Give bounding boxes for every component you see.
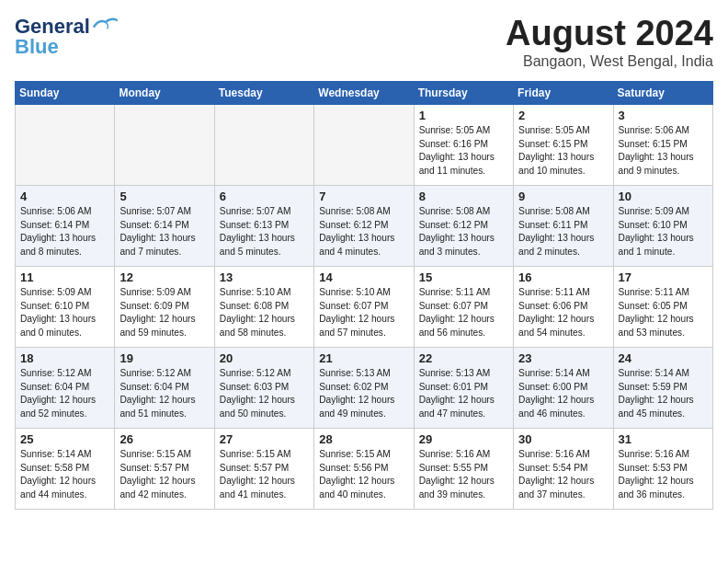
day-info: Sunrise: 5:12 AM Sunset: 6:04 PM Dayligh… [119, 367, 209, 421]
day-info: Sunrise: 5:05 AM Sunset: 6:16 PM Dayligh… [419, 124, 508, 178]
day-number: 6 [220, 190, 309, 203]
calendar-cell: 10Sunrise: 5:09 AM Sunset: 6:10 PM Dayli… [613, 185, 712, 266]
day-number: 10 [619, 190, 708, 203]
day-number: 12 [119, 270, 209, 284]
logo-bird-icon [92, 15, 118, 31]
calendar-cell: 25Sunrise: 5:14 AM Sunset: 5:58 PM Dayli… [16, 428, 115, 509]
calendar-week-4: 18Sunrise: 5:12 AM Sunset: 6:04 PM Dayli… [16, 347, 713, 428]
day-number: 5 [119, 190, 209, 203]
day-number: 28 [319, 432, 408, 446]
day-info: Sunrise: 5:14 AM Sunset: 5:58 PM Dayligh… [20, 448, 109, 502]
calendar-cell: 4Sunrise: 5:06 AM Sunset: 6:14 PM Daylig… [16, 185, 115, 266]
column-header-monday: Monday [115, 81, 214, 104]
day-info: Sunrise: 5:08 AM Sunset: 6:12 PM Dayligh… [319, 205, 408, 259]
calendar-cell: 5Sunrise: 5:07 AM Sunset: 6:14 PM Daylig… [115, 185, 214, 266]
day-number: 21 [319, 351, 408, 365]
calendar-cell: 19Sunrise: 5:12 AM Sunset: 6:04 PM Dayli… [115, 347, 214, 428]
calendar-cell: 20Sunrise: 5:12 AM Sunset: 6:03 PM Dayli… [214, 347, 313, 428]
day-info: Sunrise: 5:11 AM Sunset: 6:06 PM Dayligh… [518, 286, 608, 340]
calendar-week-1: 1Sunrise: 5:05 AM Sunset: 6:16 PM Daylig… [16, 104, 713, 185]
day-number: 1 [419, 109, 508, 122]
calendar-cell: 12Sunrise: 5:09 AM Sunset: 6:09 PM Dayli… [115, 266, 214, 347]
calendar-cell: 7Sunrise: 5:08 AM Sunset: 6:12 PM Daylig… [314, 185, 414, 266]
calendar-cell: 28Sunrise: 5:15 AM Sunset: 5:56 PM Dayli… [314, 428, 414, 509]
title-block: August 2024 Bangaon, West Bengal, India [506, 15, 713, 70]
day-info: Sunrise: 5:15 AM Sunset: 5:57 PM Dayligh… [220, 448, 309, 502]
day-info: Sunrise: 5:10 AM Sunset: 6:08 PM Dayligh… [220, 286, 309, 340]
calendar-cell: 1Sunrise: 5:05 AM Sunset: 6:16 PM Daylig… [414, 104, 513, 185]
calendar-cell [16, 104, 115, 185]
calendar-cell [115, 104, 214, 185]
calendar-cell: 16Sunrise: 5:11 AM Sunset: 6:06 PM Dayli… [514, 266, 613, 347]
calendar-cell [314, 104, 414, 185]
day-info: Sunrise: 5:13 AM Sunset: 6:02 PM Dayligh… [319, 367, 408, 421]
day-info: Sunrise: 5:08 AM Sunset: 6:12 PM Dayligh… [419, 205, 508, 259]
day-info: Sunrise: 5:16 AM Sunset: 5:55 PM Dayligh… [419, 448, 508, 502]
calendar-cell: 9Sunrise: 5:08 AM Sunset: 6:11 PM Daylig… [514, 185, 613, 266]
day-info: Sunrise: 5:07 AM Sunset: 6:14 PM Dayligh… [119, 205, 209, 259]
calendar-cell: 17Sunrise: 5:11 AM Sunset: 6:05 PM Dayli… [613, 266, 712, 347]
day-number: 9 [518, 190, 608, 203]
column-header-friday: Friday [514, 81, 613, 104]
day-info: Sunrise: 5:11 AM Sunset: 6:07 PM Dayligh… [419, 286, 508, 340]
calendar-header-row: SundayMondayTuesdayWednesdayThursdayFrid… [16, 81, 713, 104]
calendar-cell: 2Sunrise: 5:05 AM Sunset: 6:15 PM Daylig… [514, 104, 613, 185]
day-number: 30 [518, 432, 608, 446]
calendar-cell: 29Sunrise: 5:16 AM Sunset: 5:55 PM Dayli… [414, 428, 513, 509]
day-info: Sunrise: 5:16 AM Sunset: 5:53 PM Dayligh… [619, 448, 708, 502]
day-number: 16 [518, 270, 608, 284]
day-number: 19 [119, 351, 209, 365]
day-info: Sunrise: 5:14 AM Sunset: 6:00 PM Dayligh… [518, 367, 608, 421]
day-info: Sunrise: 5:09 AM Sunset: 6:10 PM Dayligh… [20, 286, 109, 340]
calendar-cell: 14Sunrise: 5:10 AM Sunset: 6:07 PM Dayli… [314, 266, 414, 347]
day-number: 23 [518, 351, 608, 365]
day-info: Sunrise: 5:09 AM Sunset: 6:09 PM Dayligh… [119, 286, 209, 340]
day-number: 25 [20, 432, 109, 446]
page-header: General Blue August 2024 Bangaon, West B… [15, 15, 713, 70]
day-info: Sunrise: 5:08 AM Sunset: 6:11 PM Dayligh… [518, 205, 608, 259]
day-info: Sunrise: 5:12 AM Sunset: 6:04 PM Dayligh… [20, 367, 109, 421]
day-number: 13 [220, 270, 309, 284]
day-info: Sunrise: 5:06 AM Sunset: 6:14 PM Dayligh… [20, 205, 109, 259]
day-info: Sunrise: 5:06 AM Sunset: 6:15 PM Dayligh… [619, 124, 708, 178]
day-info: Sunrise: 5:14 AM Sunset: 5:59 PM Dayligh… [619, 367, 708, 421]
calendar-cell: 22Sunrise: 5:13 AM Sunset: 6:01 PM Dayli… [414, 347, 513, 428]
day-number: 4 [20, 190, 109, 203]
column-header-tuesday: Tuesday [214, 81, 313, 104]
calendar-cell: 18Sunrise: 5:12 AM Sunset: 6:04 PM Dayli… [16, 347, 115, 428]
day-info: Sunrise: 5:15 AM Sunset: 5:57 PM Dayligh… [119, 448, 209, 502]
calendar-cell [214, 104, 313, 185]
day-number: 29 [419, 432, 508, 446]
day-number: 11 [20, 270, 109, 284]
calendar-cell: 6Sunrise: 5:07 AM Sunset: 6:13 PM Daylig… [214, 185, 313, 266]
calendar-cell: 26Sunrise: 5:15 AM Sunset: 5:57 PM Dayli… [115, 428, 214, 509]
day-number: 26 [119, 432, 209, 446]
day-info: Sunrise: 5:13 AM Sunset: 6:01 PM Dayligh… [419, 367, 508, 421]
day-number: 24 [619, 351, 708, 365]
calendar-cell: 11Sunrise: 5:09 AM Sunset: 6:10 PM Dayli… [16, 266, 115, 347]
column-header-wednesday: Wednesday [314, 81, 414, 104]
calendar-week-3: 11Sunrise: 5:09 AM Sunset: 6:10 PM Dayli… [16, 266, 713, 347]
calendar-cell: 15Sunrise: 5:11 AM Sunset: 6:07 PM Dayli… [414, 266, 513, 347]
day-info: Sunrise: 5:15 AM Sunset: 5:56 PM Dayligh… [319, 448, 408, 502]
calendar-cell: 21Sunrise: 5:13 AM Sunset: 6:02 PM Dayli… [314, 347, 414, 428]
day-info: Sunrise: 5:05 AM Sunset: 6:15 PM Dayligh… [518, 124, 608, 178]
day-info: Sunrise: 5:10 AM Sunset: 6:07 PM Dayligh… [319, 286, 408, 340]
calendar-cell: 13Sunrise: 5:10 AM Sunset: 6:08 PM Dayli… [214, 266, 313, 347]
day-info: Sunrise: 5:16 AM Sunset: 5:54 PM Dayligh… [518, 448, 608, 502]
calendar-cell: 30Sunrise: 5:16 AM Sunset: 5:54 PM Dayli… [514, 428, 613, 509]
day-info: Sunrise: 5:07 AM Sunset: 6:13 PM Dayligh… [220, 205, 309, 259]
day-number: 27 [220, 432, 309, 446]
calendar-table: SundayMondayTuesdayWednesdayThursdayFrid… [15, 81, 713, 510]
day-info: Sunrise: 5:09 AM Sunset: 6:10 PM Dayligh… [619, 205, 708, 259]
day-number: 22 [419, 351, 508, 365]
calendar-cell: 31Sunrise: 5:16 AM Sunset: 5:53 PM Dayli… [613, 428, 712, 509]
day-number: 8 [419, 190, 508, 203]
logo-blue-text: Blue [15, 35, 59, 59]
calendar-cell: 8Sunrise: 5:08 AM Sunset: 6:12 PM Daylig… [414, 185, 513, 266]
calendar-cell: 23Sunrise: 5:14 AM Sunset: 6:00 PM Dayli… [514, 347, 613, 428]
calendar-cell: 24Sunrise: 5:14 AM Sunset: 5:59 PM Dayli… [613, 347, 712, 428]
calendar-week-2: 4Sunrise: 5:06 AM Sunset: 6:14 PM Daylig… [16, 185, 713, 266]
day-number: 31 [619, 432, 708, 446]
day-number: 18 [20, 351, 109, 365]
